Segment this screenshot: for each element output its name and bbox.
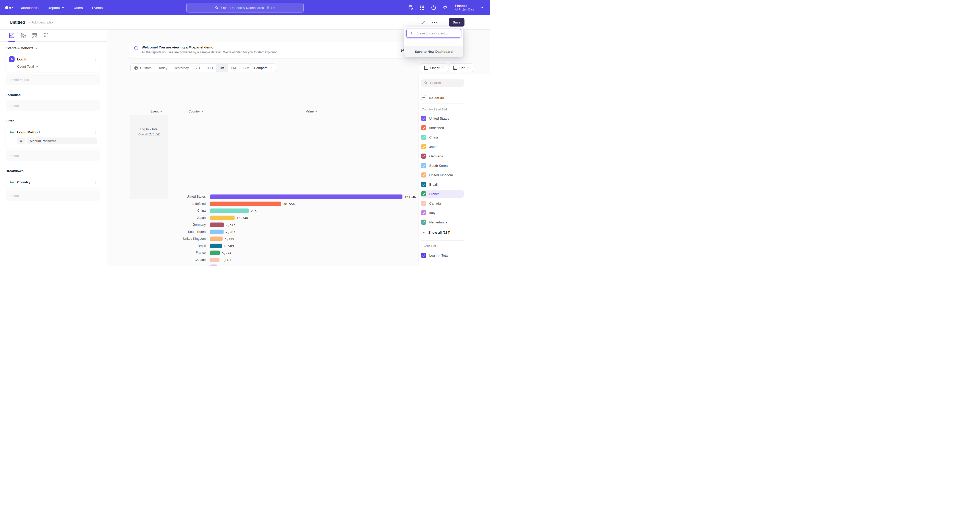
legend-checkbox[interactable] (421, 253, 426, 258)
bar[interactable] (210, 265, 217, 266)
legend-row-germany[interactable]: Germany (421, 152, 464, 160)
bar[interactable] (210, 237, 223, 241)
legend-checkbox[interactable] (421, 210, 426, 215)
legend-row-united-states[interactable]: United States (421, 114, 464, 122)
legend-checkbox[interactable] (421, 220, 426, 225)
nav-item-events[interactable]: Events (92, 6, 103, 10)
column-header-country[interactable]: Country (189, 110, 204, 113)
legend-checkbox[interactable] (421, 125, 426, 130)
filter-operator[interactable]: = (17, 138, 25, 144)
select-all-row[interactable]: Select all (421, 94, 464, 101)
aggregation-dropdown[interactable]: Count Total (17, 65, 97, 68)
project-name: Finance (455, 4, 474, 8)
settings-gear-icon[interactable] (442, 5, 448, 11)
bar[interactable] (210, 216, 234, 220)
help-icon[interactable] (431, 5, 436, 11)
metric-kebab-icon[interactable] (93, 56, 97, 62)
date-option-30d[interactable]: 30D (204, 64, 216, 72)
global-search-button[interactable]: Open Reports & Dashboards ⌘ + K (186, 3, 304, 13)
date-option-3m[interactable]: 3M (216, 64, 228, 72)
tab-funnels[interactable] (20, 32, 26, 38)
legend-row-netherlands[interactable]: Netherlands (421, 218, 464, 226)
nav-item-users[interactable]: Users (74, 6, 83, 10)
column-header-value[interactable]: Value (306, 110, 318, 113)
legend-checkbox[interactable] (421, 201, 426, 206)
mixpanel-logo-icon[interactable] (0, 6, 20, 9)
date-option-yesterday[interactable]: Yesterday (171, 64, 192, 72)
date-option-7d[interactable]: 7D (192, 64, 204, 72)
add-description[interactable]: + Add description... (29, 21, 57, 24)
legend-row-china[interactable]: China (421, 133, 464, 141)
bar[interactable] (210, 201, 281, 206)
filter-value[interactable]: Manual Password (27, 138, 97, 144)
breakdown-kebab-icon[interactable] (93, 179, 97, 185)
breakdown-card-country[interactable]: Aa Country (6, 176, 100, 188)
select-all-checkbox[interactable] (421, 95, 426, 100)
add-metric-button[interactable]: + Add Metric (6, 74, 100, 85)
date-option-today[interactable]: Today (155, 64, 171, 72)
breakdown-property-name: Country (17, 180, 93, 184)
dashboard-search-field[interactable] (406, 29, 461, 38)
show-all-button[interactable]: Show all (184) (421, 228, 450, 236)
legend-checkbox[interactable] (421, 173, 426, 178)
nav-item-reports[interactable]: Reports (48, 6, 65, 10)
legend-search[interactable] (421, 79, 464, 87)
report-title[interactable]: Untitled (10, 20, 25, 25)
add-formula-button[interactable]: + Add (6, 100, 100, 111)
overall-label: Overall (138, 133, 148, 136)
legend-checkbox[interactable] (421, 154, 426, 159)
column-header-event[interactable]: Event (151, 110, 162, 113)
legend-checkbox[interactable] (421, 191, 426, 197)
project-switcher[interactable]: Finance All Project Data (455, 4, 474, 11)
bar[interactable] (210, 223, 224, 227)
legend-checkbox[interactable] (421, 144, 426, 149)
banner-subtitle: All the reports you see are powered by a… (142, 51, 278, 54)
legend-row-japan[interactable]: Japan (421, 143, 464, 151)
save-button[interactable]: Save (449, 18, 465, 27)
save-to-new-dashboard-button[interactable]: Save to New Dashboard (404, 46, 463, 57)
bar[interactable] (210, 195, 402, 199)
legend-row-undefined[interactable]: undefined (421, 124, 464, 132)
events-cohorts-header[interactable]: Events & Cohorts (6, 46, 100, 50)
bar[interactable] (210, 209, 249, 213)
metric-card-log-in[interactable]: A Log In Count Total (6, 53, 100, 72)
share-link-icon[interactable] (420, 20, 426, 25)
chart-type-dropdown[interactable]: Bar (449, 63, 473, 72)
chevron-down-icon[interactable] (480, 6, 484, 10)
scale-dropdown[interactable]: Linear (420, 63, 448, 72)
tab-flows[interactable] (43, 32, 49, 38)
legend-checkbox[interactable] (421, 163, 426, 168)
legend-row-france[interactable]: France (421, 190, 464, 198)
bar[interactable] (210, 258, 220, 262)
legend-row-south-korea[interactable]: South Korea (421, 162, 464, 170)
data-gear-icon[interactable] (408, 5, 414, 11)
nav-item-dashboards[interactable]: Dashboards (20, 6, 38, 10)
filter-card-login-method[interactable]: Aa Login Method = Manual Password (6, 126, 100, 148)
tab-retention[interactable] (32, 32, 38, 38)
more-options-icon[interactable] (432, 21, 437, 24)
date-option-custom[interactable]: Custom (130, 64, 155, 72)
tab-insights[interactable] (9, 32, 15, 38)
legend-checkbox[interactable] (421, 116, 426, 121)
legend-row-brazil[interactable]: Brazil (421, 181, 464, 188)
legend-row-log-in-total[interactable]: Log In - Total (421, 252, 464, 259)
bar-category-label: France (196, 251, 206, 255)
add-breakdown-button[interactable]: + Add (6, 190, 100, 201)
filter-kebab-icon[interactable] (93, 129, 97, 135)
compare-button[interactable]: Compare (250, 63, 276, 72)
legend-row-united-kingdom[interactable]: United Kingdom (421, 171, 464, 179)
bar[interactable] (210, 230, 224, 234)
legend-row-italy[interactable]: Italy (421, 209, 464, 217)
bar[interactable] (210, 251, 220, 255)
chevron-down-icon (35, 47, 38, 50)
legend-checkbox[interactable] (421, 182, 426, 187)
apps-grid-icon[interactable] (419, 5, 425, 11)
date-option-6m[interactable]: 6M (228, 64, 239, 72)
bar[interactable] (210, 244, 222, 248)
dashboard-search-input[interactable] (417, 32, 458, 35)
legend-row-canada[interactable]: Canada (421, 200, 464, 207)
legend-search-input[interactable] (430, 81, 461, 85)
add-filter-button[interactable]: + Add (6, 150, 100, 161)
bar-value-label: 38.55K (283, 202, 295, 206)
legend-checkbox[interactable] (421, 135, 426, 140)
